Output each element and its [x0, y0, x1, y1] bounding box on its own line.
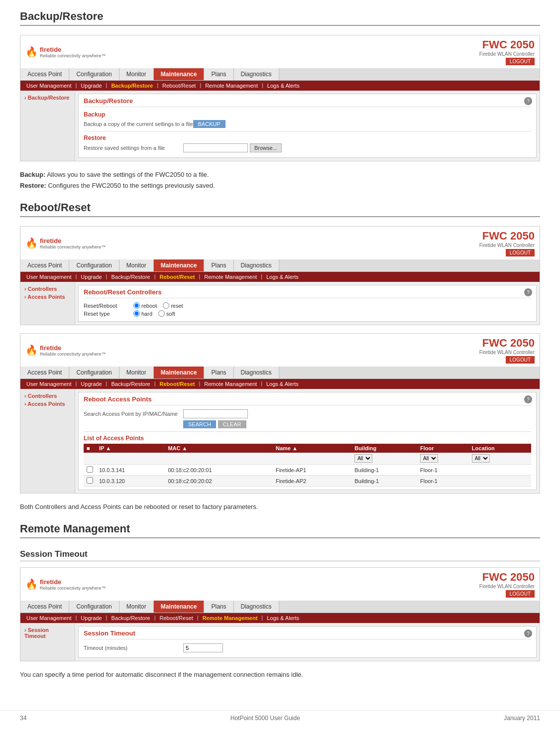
sub-upgrade-2[interactable]: Upgrade — [79, 273, 104, 280]
page-footer: 34 HotPoint 5000 User Guide January 2011 — [0, 710, 560, 726]
sub-reboot-reset-2[interactable]: Reboot/Reset — [158, 273, 197, 280]
model-desc-3: Firetide WLAN Controller — [479, 350, 535, 355]
tab-plans-2[interactable]: Plans — [204, 259, 233, 271]
reset-reboot-group: reboot reset — [133, 302, 183, 309]
soft-radio[interactable] — [158, 310, 165, 317]
nav-tabs-1: Access Point Configuration Monitor Maint… — [20, 68, 540, 81]
building-filter[interactable]: All — [354, 454, 372, 463]
sub-reboot-reset-4[interactable]: Reboot/Reset — [158, 615, 195, 622]
tab-diagnostics-4[interactable]: Diagnostics — [234, 601, 279, 613]
tab-monitor-2[interactable]: Monitor — [119, 259, 154, 271]
top-bar-3: 🔥 firetide Reliable connectivity anywher… — [20, 334, 540, 367]
logout-btn-2[interactable]: LOGOUT — [506, 249, 535, 256]
panel-title-backup-restore: Backup/Restore — [84, 97, 531, 107]
sub-upgrade-3[interactable]: Upgrade — [79, 380, 104, 387]
tab-access-point-4[interactable]: Access Point — [20, 601, 69, 613]
sub-logs-1[interactable]: Logs & Alerts — [265, 82, 302, 89]
sidebar-backup-restore[interactable]: › Backup/Restore — [22, 94, 73, 102]
sub-user-mgmt-4[interactable]: User Management — [24, 615, 74, 622]
sub-upgrade-1[interactable]: Upgrade — [79, 82, 104, 89]
tab-monitor-3[interactable]: Monitor — [119, 367, 154, 378]
backup-button[interactable]: BACKUP — [193, 120, 225, 128]
tab-diagnostics-3[interactable]: Diagnostics — [234, 367, 279, 378]
tab-monitor-1[interactable]: Monitor — [119, 68, 154, 80]
radio-hard[interactable]: hard — [133, 310, 152, 317]
panel-box-session-timeout: Session Timeout ? Timeout (minutes) — [78, 626, 537, 658]
tab-diagnostics-2[interactable]: Diagnostics — [234, 259, 279, 271]
sub-upgrade-4[interactable]: Upgrade — [79, 615, 104, 622]
radio-reset[interactable]: reset — [163, 302, 183, 309]
sidebar-controllers-2[interactable]: › Controllers — [22, 392, 73, 400]
timeout-input[interactable] — [183, 643, 223, 652]
location-filter[interactable]: All — [472, 454, 490, 463]
sub-reboot-reset-1[interactable]: Reboot/Reset — [160, 82, 198, 89]
sub-backup-restore-1[interactable]: Backup/Restore — [109, 82, 155, 89]
logout-btn-1[interactable]: LOGOUT — [506, 58, 535, 65]
sidebar-ap-2[interactable]: › Access Points — [22, 400, 73, 408]
help-icon-1[interactable]: ? — [524, 97, 532, 105]
radio-reboot[interactable]: reboot — [133, 302, 157, 309]
backup-desc-text: Allows you to save the settings of the F… — [47, 171, 209, 178]
row2-name: Firetide-AP2 — [273, 476, 351, 487]
tab-configuration-4[interactable]: Configuration — [69, 601, 119, 613]
sub-backup-restore-2[interactable]: Backup/Restore — [109, 273, 152, 280]
tab-plans-3[interactable]: Plans — [204, 367, 233, 378]
hard-radio[interactable] — [133, 310, 140, 317]
tab-maintenance-1[interactable]: Maintenance — [154, 68, 205, 80]
tab-plans-1[interactable]: Plans — [204, 68, 233, 80]
tab-access-point-2[interactable]: Access Point — [20, 259, 69, 271]
clear-ap-button[interactable]: CLEAR — [218, 420, 246, 428]
search-ap-button[interactable]: SEARCH — [183, 420, 216, 428]
sub-logs-2[interactable]: Logs & Alerts — [264, 273, 301, 280]
model-area-1: FWC 2050 Firetide WLAN Controller LOGOUT — [479, 38, 535, 65]
sub-remote-mgmt-3[interactable]: Remote Management — [202, 380, 259, 387]
divider-1 — [84, 131, 531, 131]
tab-monitor-4[interactable]: Monitor — [119, 601, 154, 613]
logout-btn-3[interactable]: LOGOUT — [506, 356, 535, 364]
tab-configuration-2[interactable]: Configuration — [69, 259, 119, 271]
tab-plans-4[interactable]: Plans — [204, 601, 233, 613]
sub-user-mgmt-3[interactable]: User Management — [24, 380, 74, 387]
backup-restore-section: Backup/Restore 🔥 firetide Reliable conne… — [20, 10, 540, 191]
sub-logs-4[interactable]: Logs & Alerts — [265, 615, 301, 622]
sidebar-session-timeout[interactable]: › Session Timeout — [22, 626, 73, 640]
main-panel-1: Backup/Restore ? Backup Backup a copy of… — [75, 91, 540, 161]
search-ap-row: Search Access Point by IP/MAC/Name — [84, 409, 531, 418]
radio-soft[interactable]: soft — [158, 310, 175, 317]
model-area-2: FWC 2050 Firetide WLAN Controller LOGOUT — [479, 230, 535, 256]
sub-remote-mgmt-2[interactable]: Remote Management — [202, 273, 259, 280]
tab-configuration-1[interactable]: Configuration — [69, 68, 119, 80]
sub-logs-3[interactable]: Logs & Alerts — [264, 380, 301, 387]
sub-remote-mgmt-4[interactable]: Remote Management — [201, 615, 260, 622]
tab-maintenance-4[interactable]: Maintenance — [154, 601, 205, 613]
tab-access-point-3[interactable]: Access Point — [20, 367, 69, 378]
sub-backup-restore-3[interactable]: Backup/Restore — [109, 380, 152, 387]
sub-remote-mgmt-1[interactable]: Remote Management — [203, 82, 260, 89]
tab-maintenance-2[interactable]: Maintenance — [154, 259, 205, 271]
sub-reboot-reset-3[interactable]: Reboot/Reset — [158, 380, 197, 387]
restore-field-row: Restore saved settings from a file Brows… — [84, 143, 531, 152]
tab-configuration-3[interactable]: Configuration — [69, 367, 119, 378]
row1-checkbox[interactable] — [87, 466, 93, 473]
tab-maintenance-3[interactable]: Maintenance — [154, 367, 205, 378]
top-bar-4: 🔥 firetide Reliable connectivity anywher… — [20, 568, 540, 601]
restore-section-title: Restore — [84, 134, 531, 141]
row2-checkbox[interactable] — [87, 477, 93, 484]
sidebar-controllers-1[interactable]: › Controllers — [22, 285, 73, 293]
reset-radio[interactable] — [163, 302, 169, 309]
sub-user-mgmt-2[interactable]: User Management — [24, 273, 74, 280]
panel-title-session-timeout: Session Timeout — [84, 629, 531, 639]
sidebar-ap-1[interactable]: › Access Points — [22, 293, 73, 301]
logout-btn-4[interactable]: LOGOUT — [506, 590, 535, 598]
reboot-radio[interactable] — [133, 302, 140, 309]
soft-radio-label: soft — [166, 311, 175, 317]
floor-filter[interactable]: All — [420, 454, 438, 463]
sub-user-mgmt-1[interactable]: User Management — [24, 82, 74, 89]
main-panel-2: Reboot/Reset Controllers ? Reset/Reboot … — [75, 282, 540, 325]
restore-file-input[interactable] — [183, 143, 248, 152]
tab-access-point-1[interactable]: Access Point — [20, 68, 69, 80]
sub-backup-restore-4[interactable]: Backup/Restore — [109, 615, 152, 622]
search-ap-input[interactable] — [183, 409, 248, 418]
tab-diagnostics-1[interactable]: Diagnostics — [234, 68, 279, 80]
browse-button[interactable]: Browse... — [250, 143, 282, 152]
